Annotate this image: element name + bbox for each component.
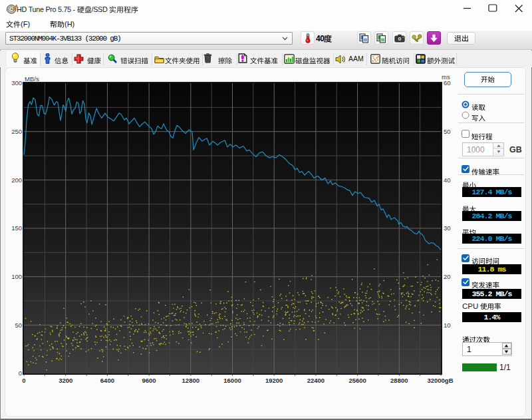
svg-text:22400: 22400	[307, 377, 325, 384]
svg-text:20: 20	[444, 273, 451, 280]
svg-text:50: 50	[15, 321, 22, 329]
svg-text:16000: 16000	[223, 377, 241, 384]
svg-text:30: 30	[444, 224, 451, 232]
svg-text:40: 40	[444, 176, 451, 184]
svg-text:19200: 19200	[265, 377, 283, 384]
svg-text:25600: 25600	[348, 377, 366, 384]
svg-text:250: 250	[11, 128, 22, 135]
svg-text:3200: 3200	[59, 377, 72, 384]
svg-text:300: 300	[11, 79, 22, 87]
svg-text:0: 0	[19, 369, 22, 377]
svg-text:6400: 6400	[100, 377, 114, 384]
svg-text:9600: 9600	[142, 377, 156, 384]
svg-text:200: 200	[11, 176, 22, 184]
svg-text:0: 0	[22, 377, 25, 384]
svg-text:100: 100	[11, 273, 22, 280]
svg-text:28800: 28800	[390, 377, 408, 384]
svg-text:50: 50	[444, 128, 451, 135]
svg-text:10: 10	[444, 321, 451, 329]
svg-text:150: 150	[11, 224, 22, 232]
svg-text:60: 60	[444, 79, 451, 87]
svg-text:12800: 12800	[182, 377, 200, 384]
svg-text:MB/s: MB/s	[25, 75, 39, 83]
svg-text:32000gB: 32000gB	[427, 377, 453, 384]
